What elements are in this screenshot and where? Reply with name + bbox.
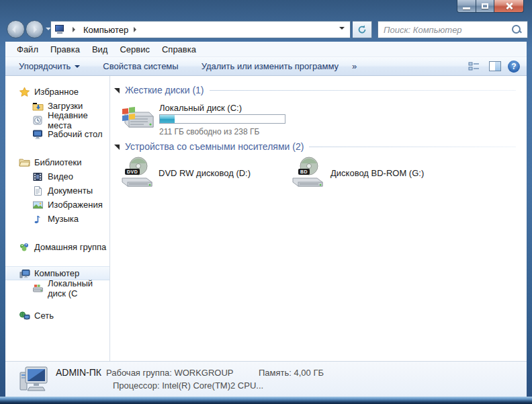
dvd-badge: DVD — [125, 169, 140, 175]
sidebar-item-label: Компьютер — [34, 268, 79, 278]
section-divider — [309, 147, 516, 147]
forward-icon — [34, 26, 37, 33]
menu-bar: Файл Правка Вид Сервис Справка — [5, 42, 527, 57]
chevron-down-icon — [75, 65, 80, 71]
minimize-button[interactable] — [457, 0, 476, 13]
collapse-triangle-icon[interactable] — [114, 145, 120, 150]
breadcrumb-computer[interactable]: Компьютер — [82, 23, 130, 37]
details-pane: ADMIN-ПК Рабочая группа: WORKGROUP Памят… — [5, 361, 527, 397]
dvd-drive-icon[interactable]: DVD — [120, 155, 154, 190]
hard-disk-drive-icon[interactable] — [118, 104, 155, 132]
section-removable-devices[interactable]: Устройства со съемными носителями (2) — [114, 141, 516, 152]
window-bottom-frame — [0, 397, 532, 404]
search-input[interactable] — [378, 25, 511, 35]
file-list-pane: Жесткие диски (1) Локальный диск ( — [110, 76, 527, 361]
sidebar-item-desktop[interactable]: Рабочий стол — [5, 127, 109, 141]
processor-value: Intel(R) Core(TM)2 CPU... — [162, 380, 263, 391]
organize-button[interactable]: Упорядочить — [12, 58, 87, 74]
preview-pane-button[interactable] — [489, 61, 501, 71]
sidebar-item-favorites[interactable]: Избранное — [5, 85, 109, 99]
music-note-icon — [32, 214, 44, 225]
change-view-button[interactable] — [468, 61, 482, 72]
section-hard-disks[interactable]: Жесткие диски (1) — [114, 85, 516, 95]
sidebar-item-label: Избранное — [34, 87, 79, 97]
minimize-icon — [463, 7, 470, 9]
processor-label: Процессор: — [113, 380, 160, 391]
window-controls — [457, 0, 524, 13]
uninstall-program-button[interactable]: Удалить или изменить программу — [195, 58, 345, 74]
desktop-icon — [32, 129, 44, 140]
sidebar-item-libraries[interactable]: Библиотеки — [5, 155, 109, 169]
workgroup-value: WORKGROUP — [174, 368, 233, 378]
computer-icon — [19, 268, 30, 279]
drive-name[interactable]: Дисковод BD-ROM (G:) — [330, 168, 424, 178]
homegroup-icon — [19, 242, 30, 253]
back-icon — [12, 26, 15, 33]
sidebar-item-label: Музыка — [48, 214, 79, 224]
bd-badge: BD — [298, 169, 310, 175]
sidebar-item-local-disk-c[interactable]: Локальный диск (C — [5, 281, 109, 295]
menu-help[interactable]: Справка — [156, 43, 202, 56]
sidebar-item-label: Сеть — [34, 311, 54, 321]
address-bar[interactable]: Компьютер — [50, 21, 351, 38]
hard-disk-icon — [32, 283, 44, 294]
computer-icon — [55, 25, 66, 34]
workgroup-label: Рабочая группа: — [106, 368, 172, 378]
sidebar-item-label: Библиотеки — [34, 157, 81, 167]
section-title: Устройства со съемными носителями (2) — [125, 141, 304, 152]
close-icon — [505, 2, 513, 10]
section-divider — [210, 90, 516, 91]
menu-tools[interactable]: Сервис — [114, 43, 156, 56]
views-icon — [468, 61, 480, 72]
drive-name[interactable]: DVD RW дисковод (D:) — [159, 168, 251, 178]
workgroup-row: Рабочая группа: WORKGROUP — [106, 368, 234, 378]
sidebar-item-pictures[interactable]: Изображения — [5, 198, 109, 212]
back-button[interactable] — [7, 20, 25, 38]
recent-places-icon — [32, 115, 44, 126]
sidebar-item-homegroup[interactable]: Домашняя группа — [5, 240, 109, 254]
breadcrumb-arrow-icon[interactable] — [73, 27, 78, 32]
collapse-triangle-icon[interactable] — [114, 88, 120, 93]
menu-file[interactable]: Файл — [11, 43, 44, 56]
maximize-icon — [482, 3, 488, 9]
video-filmstrip-icon — [32, 171, 44, 182]
navigation-bar: Компьютер — [5, 19, 527, 42]
system-properties-button[interactable]: Свойства системы — [96, 58, 185, 74]
disk-usage-bar — [159, 114, 285, 124]
navigation-pane: Избранное Загрузки Недавние места Рабочи… — [5, 76, 109, 361]
search-box[interactable] — [378, 21, 528, 38]
breadcrumb-arrow-icon[interactable] — [134, 27, 139, 32]
section-title: Жесткие диски (1) — [125, 85, 204, 95]
memory-value: 4,00 ГБ — [294, 368, 324, 378]
refresh-icon — [357, 25, 367, 34]
forward-button[interactable] — [26, 20, 44, 38]
memory-row: Память: 4,00 ГБ — [259, 368, 324, 378]
sidebar-item-label: Документы — [48, 186, 93, 196]
sidebar-item-music[interactable]: Музыка — [5, 212, 109, 226]
maximize-button[interactable] — [476, 0, 494, 13]
address-dropdown-icon[interactable] — [339, 27, 345, 32]
sidebar-item-videos[interactable]: Видео — [5, 169, 109, 184]
favorites-star-icon — [19, 87, 30, 97]
disk-free-space: 211 ГБ свободно из 238 ГБ — [159, 127, 259, 136]
sidebar-item-network[interactable]: Сеть — [5, 309, 109, 323]
menu-edit[interactable]: Правка — [44, 43, 86, 56]
sidebar-item-label: Видео — [48, 171, 73, 181]
sidebar-item-recent-places[interactable]: Недавние места — [5, 113, 109, 127]
menu-view[interactable]: Вид — [86, 43, 114, 56]
search-icon[interactable] — [511, 24, 522, 35]
computer-icon — [19, 366, 50, 394]
sidebar-item-label: Локальный диск (C — [48, 278, 109, 298]
sidebar-item-documents[interactable]: Документы — [5, 184, 109, 198]
bd-drive-icon[interactable]: BD — [290, 155, 325, 190]
computer-name: ADMIN-ПК — [56, 367, 101, 378]
sidebar-item-label: Домашняя группа — [34, 242, 106, 252]
refresh-button[interactable] — [353, 21, 372, 38]
close-button[interactable] — [494, 0, 524, 13]
command-toolbar: Упорядочить Свойства системы Удалить или… — [5, 57, 527, 76]
libraries-folder-icon — [19, 157, 30, 168]
drive-name[interactable]: Локальный диск (C:) — [159, 103, 242, 113]
organize-label: Упорядочить — [19, 61, 71, 71]
toolbar-overflow-button[interactable]: » — [345, 58, 363, 74]
help-button[interactable]: ? — [508, 60, 520, 73]
